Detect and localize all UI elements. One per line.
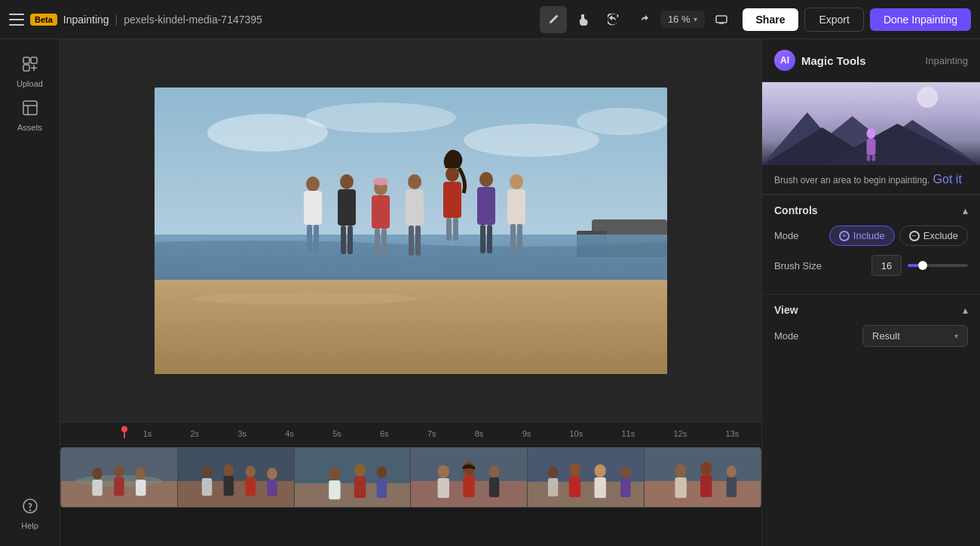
upload-label: Upload — [17, 79, 43, 88]
topbar-title: Inpainting — [63, 14, 109, 26]
assets-icon — [22, 100, 38, 120]
svg-point-69 — [354, 463, 365, 477]
svg-rect-32 — [409, 225, 414, 256]
svg-rect-29 — [381, 229, 387, 257]
sidebar-item-assets[interactable]: Assets — [8, 95, 53, 136]
svg-point-49 — [92, 468, 102, 480]
topbar: Beta Inpainting | pexels-kindel-media-71… — [0, 0, 980, 39]
ruler-mark-5s: 5s — [332, 429, 341, 438]
brush-size-input[interactable]: 16 — [871, 255, 902, 276]
svg-point-9 — [305, 103, 456, 133]
svg-rect-72 — [376, 477, 386, 497]
include-label: Include — [853, 230, 885, 241]
pen-tool-button[interactable] — [540, 6, 567, 33]
panel-header-left: AI Magic Tools — [774, 50, 866, 71]
svg-point-11 — [577, 108, 667, 135]
svg-rect-94 — [675, 477, 687, 498]
svg-point-30 — [408, 174, 421, 189]
svg-rect-4 — [23, 101, 37, 115]
done-inpainting-button[interactable]: Done Inpainting — [870, 8, 971, 31]
menu-icon[interactable] — [9, 14, 24, 26]
svg-point-63 — [267, 468, 277, 480]
svg-rect-1 — [23, 57, 29, 63]
svg-rect-36 — [446, 218, 452, 241]
left-sidebar: Upload Assets Help — [0, 39, 60, 546]
ruler-mark-4s: 4s — [285, 429, 294, 438]
panel-subtitle: Inpainting — [926, 55, 968, 66]
include-mode-icon — [839, 231, 850, 241]
svg-rect-44 — [510, 224, 516, 253]
redo-button[interactable] — [630, 6, 657, 33]
timeline-area: 1s 2s 3s 4s 5s 6s 7s 8s 9s 10s 11s 12s 1… — [60, 422, 761, 546]
main-area: Upload Assets Help — [0, 39, 980, 546]
exclude-mode-button[interactable]: Exclude — [899, 225, 968, 246]
topbar-separator: | — [115, 14, 118, 26]
controls-section-header: Controls ▴ — [774, 204, 968, 216]
svg-rect-27 — [372, 195, 390, 229]
got-it-link[interactable]: Got it — [933, 173, 962, 186]
topbar-right: Share Export Done Inpainting — [743, 8, 971, 32]
svg-rect-108 — [867, 155, 871, 161]
timeline-tracks[interactable] — [60, 445, 761, 509]
inpaint-preview — [762, 82, 980, 165]
hand-tool-button[interactable] — [570, 6, 597, 33]
monitor-button[interactable] — [708, 6, 735, 33]
upload-icon — [22, 56, 38, 76]
svg-rect-78 — [464, 475, 475, 497]
ruler-mark-3s: 3s — [237, 429, 247, 438]
view-mode-select[interactable]: Result ▾ — [862, 325, 968, 347]
svg-point-17 — [306, 176, 320, 192]
help-icon — [22, 498, 38, 518]
svg-rect-22 — [338, 189, 356, 225]
svg-point-93 — [675, 464, 687, 477]
svg-rect-24 — [348, 225, 353, 254]
ruler-mark-2s: 2s — [191, 429, 200, 438]
svg-rect-96 — [700, 475, 712, 497]
canvas-image[interactable] — [155, 87, 667, 374]
zoom-control[interactable]: 16 % ▾ — [660, 11, 705, 28]
undo-button[interactable] — [600, 6, 627, 33]
svg-rect-43 — [507, 189, 525, 224]
right-panel: AI Magic Tools Inpainting — [761, 39, 980, 546]
svg-rect-2 — [31, 57, 37, 63]
export-button[interactable]: Export — [804, 8, 863, 32]
svg-rect-70 — [354, 477, 365, 498]
brush-size-label: Brush Size — [774, 260, 822, 271]
svg-point-106 — [867, 128, 876, 139]
view-mode-arrow-icon: ▾ — [954, 332, 958, 340]
ruler-mark-8s: 8s — [475, 429, 484, 438]
controls-collapse-button[interactable]: ▴ — [963, 204, 968, 216]
svg-rect-40 — [480, 225, 485, 253]
svg-point-87 — [595, 464, 606, 477]
view-section-header: View ▴ — [774, 304, 968, 316]
svg-point-79 — [489, 465, 499, 477]
svg-rect-107 — [867, 139, 876, 155]
svg-point-42 — [510, 174, 523, 189]
video-thumb-2 — [178, 448, 295, 507]
video-track[interactable] — [60, 447, 761, 508]
view-collapse-button[interactable]: ▴ — [963, 304, 968, 316]
sidebar-item-upload[interactable]: Upload — [8, 51, 53, 92]
svg-point-100 — [917, 87, 938, 108]
brush-size-slider-thumb — [918, 261, 927, 270]
include-mode-button[interactable]: Include — [829, 225, 895, 246]
svg-point-10 — [464, 124, 599, 157]
exclude-mode-icon — [909, 231, 920, 241]
svg-point-83 — [548, 466, 558, 478]
share-button[interactable]: Share — [743, 8, 799, 31]
sidebar-item-help[interactable]: Help — [8, 493, 53, 534]
svg-rect-76 — [438, 477, 449, 497]
playhead[interactable] — [124, 429, 125, 438]
svg-rect-23 — [341, 225, 346, 254]
hint-area: Brush over an area to begin inpainting. … — [762, 165, 980, 195]
svg-rect-64 — [267, 479, 277, 495]
ruler-mark-7s: 7s — [427, 429, 436, 438]
ruler-mark-10s: 10s — [570, 429, 583, 438]
svg-point-61 — [245, 465, 255, 477]
topbar-filename: pexels-kindel-media-7147395 — [124, 14, 262, 26]
canvas-viewport[interactable] — [60, 39, 761, 422]
svg-point-59 — [223, 464, 233, 476]
brush-size-slider[interactable] — [908, 264, 968, 267]
timeline-ruler: 1s 2s 3s 4s 5s 6s 7s 8s 9s 10s 11s 12s 1… — [60, 422, 761, 445]
ruler-mark-1s: 1s — [143, 429, 152, 438]
